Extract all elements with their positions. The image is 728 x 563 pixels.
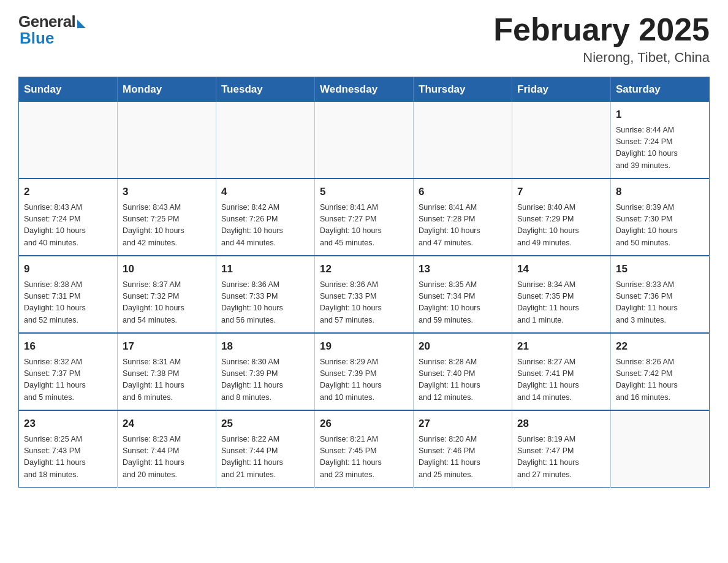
calendar-cell: 12Sunrise: 8:36 AMSunset: 7:33 PMDayligh… — [315, 256, 414, 333]
day-number: 9 — [24, 261, 112, 277]
logo-arrow-icon — [77, 20, 86, 28]
day-info: Sunrise: 8:43 AMSunset: 7:25 PMDaylight:… — [123, 202, 211, 250]
calendar-cell: 23Sunrise: 8:25 AMSunset: 7:43 PMDayligh… — [19, 410, 118, 488]
calendar-cell: 26Sunrise: 8:21 AMSunset: 7:45 PMDayligh… — [315, 410, 414, 488]
day-number: 15 — [616, 261, 704, 277]
day-info: Sunrise: 8:22 AMSunset: 7:44 PMDaylight:… — [221, 434, 309, 481]
calendar-cell: 2Sunrise: 8:43 AMSunset: 7:24 PMDaylight… — [19, 178, 118, 256]
calendar-cell — [414, 102, 512, 178]
calendar-cell: 25Sunrise: 8:22 AMSunset: 7:44 PMDayligh… — [216, 410, 315, 488]
day-info: Sunrise: 8:25 AMSunset: 7:43 PMDaylight:… — [24, 434, 112, 481]
day-number: 23 — [24, 416, 112, 432]
calendar-week-2: 2Sunrise: 8:43 AMSunset: 7:24 PMDaylight… — [19, 178, 710, 256]
location-label: Nierong, Tibet, China — [493, 50, 710, 66]
day-info: Sunrise: 8:36 AMSunset: 7:33 PMDaylight:… — [320, 279, 408, 327]
day-number: 19 — [320, 339, 408, 354]
day-info: Sunrise: 8:42 AMSunset: 7:26 PMDaylight:… — [221, 202, 309, 250]
day-number: 3 — [123, 184, 211, 200]
calendar-cell: 24Sunrise: 8:23 AMSunset: 7:44 PMDayligh… — [118, 410, 216, 488]
calendar-week-1: 1Sunrise: 8:44 AMSunset: 7:24 PMDaylight… — [19, 102, 710, 178]
calendar-cell: 1Sunrise: 8:44 AMSunset: 7:24 PMDaylight… — [611, 102, 710, 178]
day-number: 8 — [616, 184, 704, 200]
day-info: Sunrise: 8:34 AMSunset: 7:35 PMDaylight:… — [517, 279, 605, 327]
day-info: Sunrise: 8:40 AMSunset: 7:29 PMDaylight:… — [517, 202, 605, 250]
calendar-cell — [512, 102, 611, 178]
day-number: 2 — [24, 184, 112, 200]
day-number: 25 — [221, 416, 309, 432]
title-block: February 2025 Nierong, Tibet, China — [493, 12, 710, 66]
calendar-week-5: 23Sunrise: 8:25 AMSunset: 7:43 PMDayligh… — [19, 410, 710, 488]
calendar-cell: 6Sunrise: 8:41 AMSunset: 7:28 PMDaylight… — [414, 178, 512, 256]
day-info: Sunrise: 8:30 AMSunset: 7:39 PMDaylight:… — [221, 356, 309, 404]
day-number: 12 — [320, 261, 408, 277]
month-title: February 2025 — [493, 12, 710, 47]
day-info: Sunrise: 8:33 AMSunset: 7:36 PMDaylight:… — [616, 279, 704, 327]
day-number: 27 — [419, 416, 507, 432]
logo-blue-text: Blue — [20, 29, 54, 48]
calendar-cell: 28Sunrise: 8:19 AMSunset: 7:47 PMDayligh… — [512, 410, 611, 488]
calendar-cell: 22Sunrise: 8:26 AMSunset: 7:42 PMDayligh… — [611, 333, 710, 410]
calendar-cell: 10Sunrise: 8:37 AMSunset: 7:32 PMDayligh… — [118, 256, 216, 333]
day-info: Sunrise: 8:20 AMSunset: 7:46 PMDaylight:… — [419, 434, 507, 481]
day-info: Sunrise: 8:36 AMSunset: 7:33 PMDaylight:… — [221, 279, 309, 327]
day-number: 5 — [320, 184, 408, 200]
day-info: Sunrise: 8:44 AMSunset: 7:24 PMDaylight:… — [616, 124, 704, 172]
calendar-cell — [19, 102, 118, 178]
weekday-header-monday: Monday — [118, 77, 216, 102]
day-number: 22 — [616, 339, 704, 354]
calendar-cell: 4Sunrise: 8:42 AMSunset: 7:26 PMDaylight… — [216, 178, 315, 256]
calendar-cell: 5Sunrise: 8:41 AMSunset: 7:27 PMDaylight… — [315, 178, 414, 256]
calendar-cell: 3Sunrise: 8:43 AMSunset: 7:25 PMDaylight… — [118, 178, 216, 256]
day-number: 24 — [123, 416, 211, 432]
day-number: 26 — [320, 416, 408, 432]
calendar-cell — [216, 102, 315, 178]
day-number: 1 — [616, 107, 704, 123]
day-info: Sunrise: 8:21 AMSunset: 7:45 PMDaylight:… — [320, 434, 408, 481]
day-info: Sunrise: 8:31 AMSunset: 7:38 PMDaylight:… — [123, 356, 211, 404]
weekday-header-sunday: Sunday — [19, 77, 118, 102]
day-info: Sunrise: 8:26 AMSunset: 7:42 PMDaylight:… — [616, 356, 704, 404]
calendar-cell: 11Sunrise: 8:36 AMSunset: 7:33 PMDayligh… — [216, 256, 315, 333]
calendar-cell: 9Sunrise: 8:38 AMSunset: 7:31 PMDaylight… — [19, 256, 118, 333]
calendar-cell: 16Sunrise: 8:32 AMSunset: 7:37 PMDayligh… — [19, 333, 118, 410]
weekday-header-saturday: Saturday — [611, 77, 710, 102]
calendar-cell: 17Sunrise: 8:31 AMSunset: 7:38 PMDayligh… — [118, 333, 216, 410]
day-info: Sunrise: 8:39 AMSunset: 7:30 PMDaylight:… — [616, 202, 704, 250]
calendar-cell: 8Sunrise: 8:39 AMSunset: 7:30 PMDaylight… — [611, 178, 710, 256]
day-number: 16 — [24, 339, 112, 354]
weekday-header-thursday: Thursday — [414, 77, 512, 102]
day-info: Sunrise: 8:41 AMSunset: 7:28 PMDaylight:… — [419, 202, 507, 250]
weekday-header-friday: Friday — [512, 77, 611, 102]
calendar-cell: 19Sunrise: 8:29 AMSunset: 7:39 PMDayligh… — [315, 333, 414, 410]
calendar-table: SundayMondayTuesdayWednesdayThursdayFrid… — [18, 77, 710, 488]
calendar-cell: 13Sunrise: 8:35 AMSunset: 7:34 PMDayligh… — [414, 256, 512, 333]
logo: General Blue — [18, 12, 86, 48]
day-number: 28 — [517, 416, 605, 432]
day-info: Sunrise: 8:37 AMSunset: 7:32 PMDaylight:… — [123, 279, 211, 327]
calendar-cell — [611, 410, 710, 488]
calendar-week-3: 9Sunrise: 8:38 AMSunset: 7:31 PMDaylight… — [19, 256, 710, 333]
calendar-week-4: 16Sunrise: 8:32 AMSunset: 7:37 PMDayligh… — [19, 333, 710, 410]
weekday-row: SundayMondayTuesdayWednesdayThursdayFrid… — [19, 77, 710, 102]
day-number: 18 — [221, 339, 309, 354]
day-info: Sunrise: 8:29 AMSunset: 7:39 PMDaylight:… — [320, 356, 408, 404]
day-number: 4 — [221, 184, 309, 200]
calendar-cell: 18Sunrise: 8:30 AMSunset: 7:39 PMDayligh… — [216, 333, 315, 410]
weekday-header-wednesday: Wednesday — [315, 77, 414, 102]
day-info: Sunrise: 8:35 AMSunset: 7:34 PMDaylight:… — [419, 279, 507, 327]
calendar-cell: 27Sunrise: 8:20 AMSunset: 7:46 PMDayligh… — [414, 410, 512, 488]
day-info: Sunrise: 8:41 AMSunset: 7:27 PMDaylight:… — [320, 202, 408, 250]
day-info: Sunrise: 8:23 AMSunset: 7:44 PMDaylight:… — [123, 434, 211, 481]
day-number: 7 — [517, 184, 605, 200]
day-number: 17 — [123, 339, 211, 354]
day-number: 20 — [419, 339, 507, 354]
calendar-cell — [315, 102, 414, 178]
day-info: Sunrise: 8:38 AMSunset: 7:31 PMDaylight:… — [24, 279, 112, 327]
day-number: 13 — [419, 261, 507, 277]
calendar-cell: 7Sunrise: 8:40 AMSunset: 7:29 PMDaylight… — [512, 178, 611, 256]
calendar-cell: 21Sunrise: 8:27 AMSunset: 7:41 PMDayligh… — [512, 333, 611, 410]
day-info: Sunrise: 8:19 AMSunset: 7:47 PMDaylight:… — [517, 434, 605, 481]
day-info: Sunrise: 8:27 AMSunset: 7:41 PMDaylight:… — [517, 356, 605, 404]
calendar-cell: 15Sunrise: 8:33 AMSunset: 7:36 PMDayligh… — [611, 256, 710, 333]
day-info: Sunrise: 8:28 AMSunset: 7:40 PMDaylight:… — [419, 356, 507, 404]
